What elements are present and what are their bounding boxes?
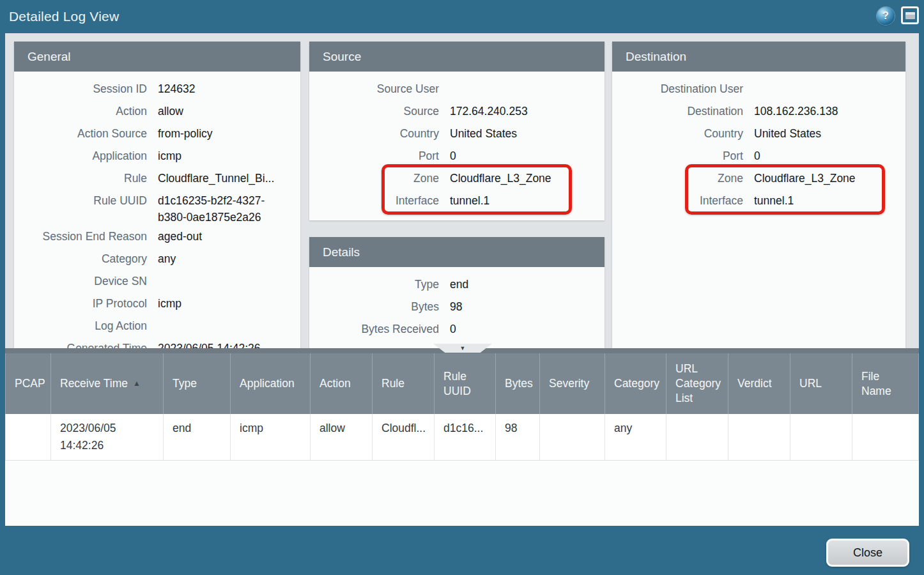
panel-details: Details TypeendBytes98Bytes Received0 xyxy=(309,237,604,348)
column-header-verdict[interactable]: Verdict xyxy=(728,353,790,414)
column-header-severity[interactable]: Severity xyxy=(540,353,605,414)
close-button[interactable]: Close xyxy=(826,539,909,567)
log-table: PCAPReceive Time▲TypeApplicationActionRu… xyxy=(5,353,919,526)
panel-general-header: General xyxy=(14,42,300,72)
field-label: Interface xyxy=(309,190,439,209)
panel-title: Destination xyxy=(612,42,905,72)
column-header-label: Category xyxy=(614,376,659,391)
column-header-label: Rule xyxy=(381,376,404,391)
column-header-action[interactable]: Action xyxy=(311,353,373,414)
window-glyph xyxy=(905,12,915,19)
help-icon[interactable]: ? xyxy=(877,7,895,25)
field-value: Cloudflare_L3_Zone xyxy=(743,167,905,187)
field-value: from-policy xyxy=(147,123,300,142)
field-label: Log Action xyxy=(14,315,147,334)
field-label: Category xyxy=(14,248,147,267)
field-row-source-user: Source User xyxy=(309,78,604,100)
column-header-file-name[interactable]: File Name xyxy=(852,353,919,414)
field-value: United States xyxy=(439,123,604,142)
field-row-rule: RuleCloudflare_Tunnel_Bi... xyxy=(14,167,300,190)
field-row-destination-user: Destination User xyxy=(612,78,905,100)
column-header-type[interactable]: Type xyxy=(164,353,231,414)
column-header-pcap[interactable]: PCAP xyxy=(5,353,51,414)
field-label: Interface xyxy=(612,190,743,209)
field-value xyxy=(743,78,905,80)
column-header-label: PCAP xyxy=(15,376,45,391)
field-row-session-end-reason: Session End Reasonaged-out xyxy=(14,226,300,248)
field-label: Type xyxy=(309,273,439,293)
field-value: 124632 xyxy=(147,78,300,97)
table-cell-action: allow xyxy=(311,414,373,460)
table-cell-receive-time: 2023/06/05 14:42:26 xyxy=(51,414,164,460)
column-header-url-category-list[interactable]: URL Category List xyxy=(666,353,728,414)
field-label: Bytes Received xyxy=(309,318,439,337)
field-value: aged-out xyxy=(147,226,300,245)
column-header-label: File Name xyxy=(861,369,912,399)
column-header-label: Action xyxy=(320,376,351,391)
field-label: Action xyxy=(14,100,147,119)
column-header-application[interactable]: Application xyxy=(231,353,311,414)
field-value xyxy=(147,270,300,273)
table-cell-url-category-list xyxy=(666,414,728,460)
field-row-interface: Interfacetunnel.1 xyxy=(612,190,905,212)
destination-fields: Destination UserDestination108.162.236.1… xyxy=(612,72,905,212)
column-header-label: Rule UUID xyxy=(443,369,489,399)
field-row-generated-time: Generated Time2023/06/05 14:42:26 xyxy=(14,337,300,348)
column-header-category[interactable]: Category xyxy=(605,353,666,414)
field-label: Session ID xyxy=(14,78,147,97)
panel-title: Details xyxy=(309,237,604,267)
field-row-category: Categoryany xyxy=(14,248,300,270)
maximize-icon[interactable] xyxy=(901,6,919,24)
table-cell-bytes: 98 xyxy=(496,414,540,460)
field-label: Zone xyxy=(612,167,743,187)
field-value: 98 xyxy=(439,296,604,315)
field-row-source: Source172.64.240.253 xyxy=(309,100,604,123)
field-label: IP Protocol xyxy=(14,293,147,312)
column-header-label: URL Category List xyxy=(675,362,721,405)
table-cell-file-name xyxy=(852,414,919,460)
source-fields: Source UserSource172.64.240.253CountryUn… xyxy=(309,72,604,212)
column-header-rule-uuid[interactable]: Rule UUID xyxy=(435,353,496,414)
table-cell-verdict xyxy=(728,414,790,460)
column-header-url[interactable]: URL xyxy=(790,353,852,414)
table-cell-rule-uuid: d1c16... xyxy=(435,414,496,460)
table-cell-category: any xyxy=(605,414,666,460)
field-value: Cloudflare_Tunnel_Bi... xyxy=(147,167,300,187)
column-header-rule[interactable]: Rule xyxy=(373,353,435,414)
column-header-label: Application xyxy=(240,376,295,391)
field-row-log-action: Log Action xyxy=(14,315,300,337)
panel-destination: Destination Destination UserDestination1… xyxy=(612,42,905,348)
field-value: 172.64.240.253 xyxy=(439,100,604,119)
field-row-application: Applicationicmp xyxy=(14,145,300,167)
titlebar: Detailed Log View ? xyxy=(0,0,924,33)
column-header-label: Receive Time xyxy=(60,376,128,391)
field-value: any xyxy=(147,248,300,267)
column-header-receive-time[interactable]: Receive Time▲ xyxy=(51,353,164,414)
field-label: Application xyxy=(14,145,147,164)
field-label: Country xyxy=(612,123,743,142)
table-row[interactable]: 2023/06/05 14:42:26endicmpallowCloudfl..… xyxy=(5,414,919,461)
field-value: end xyxy=(439,273,604,293)
column-header-label: Verdict xyxy=(737,376,772,391)
field-value: 0 xyxy=(439,318,604,337)
panel-details-header: Details xyxy=(309,237,604,267)
log-table-body: 2023/06/05 14:42:26endicmpallowCloudfl..… xyxy=(5,414,919,461)
field-value: tunnel.1 xyxy=(743,190,905,209)
general-fields: Session ID124632ActionallowAction Source… xyxy=(14,72,300,348)
field-label: Destination User xyxy=(612,78,743,97)
field-value: tunnel.1 xyxy=(439,190,604,209)
panel-general: General Session ID124632ActionallowActio… xyxy=(14,42,300,348)
field-row-zone: ZoneCloudflare_L3_Zone xyxy=(309,167,604,190)
field-row-port: Port0 xyxy=(612,145,905,167)
field-label: Zone xyxy=(309,167,439,187)
panel-source: Source Source UserSource172.64.240.253Co… xyxy=(309,42,604,220)
field-row-ip-protocol: IP Protocolicmp xyxy=(14,293,300,315)
splitter-handle[interactable]: ▼ xyxy=(433,344,492,353)
field-value: 0 xyxy=(743,145,905,164)
panel-destination-header: Destination xyxy=(612,42,905,72)
field-value: 0 xyxy=(439,145,604,164)
panel-title: General xyxy=(14,42,300,72)
column-header-bytes[interactable]: Bytes xyxy=(496,353,540,414)
field-label: Action Source xyxy=(14,123,147,142)
field-row-zone: ZoneCloudflare_L3_Zone xyxy=(612,167,905,190)
